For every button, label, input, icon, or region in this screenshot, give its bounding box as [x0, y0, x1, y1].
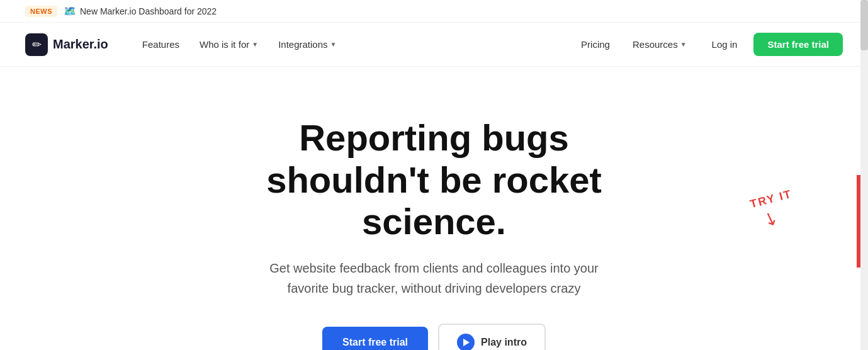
- nav-trial-button[interactable]: Start free trial: [753, 33, 843, 56]
- news-text: 🗺️ New Marker.io Dashboard for 2022: [64, 5, 217, 17]
- try-it-annotation: TRY IT ↘: [750, 193, 792, 229]
- play-triangle-icon: [463, 339, 470, 346]
- nav-integrations[interactable]: Integrations ▼: [269, 34, 345, 55]
- news-emoji: 🗺️: [64, 5, 76, 17]
- play-icon: [457, 334, 475, 350]
- nav-features[interactable]: Features: [133, 34, 188, 55]
- news-bar: NEWS 🗺️ New Marker.io Dashboard for 2022: [0, 0, 868, 23]
- nav-pricing[interactable]: Pricing: [572, 34, 619, 55]
- nav-integrations-dropdown-arrow: ▼: [330, 41, 337, 48]
- try-it-arrow-icon: ↘: [761, 206, 782, 231]
- nav-resources-dropdown-arrow: ▼: [680, 41, 687, 48]
- hero-section: Reporting bugs shouldn't be rocket scien…: [0, 67, 868, 350]
- logo-link[interactable]: ✏ Marker.io: [25, 33, 108, 56]
- hero-subtitle: Get website feedback from clients and co…: [258, 258, 611, 298]
- nav-who-is-it-for[interactable]: Who is it for ▼: [191, 34, 267, 55]
- hero-play-button[interactable]: Play intro: [438, 324, 546, 350]
- scrollbar[interactable]: [860, 0, 868, 350]
- nav-links: Features Who is it for ▼ Integrations ▼: [133, 34, 572, 55]
- nav-who-dropdown-arrow: ▼: [252, 41, 258, 48]
- hero-trial-button[interactable]: Start free trial: [322, 327, 428, 350]
- logo-text: Marker.io: [53, 37, 108, 52]
- logo-icon: ✏: [25, 33, 48, 56]
- news-badge: NEWS: [25, 6, 57, 17]
- scrollbar-thumb[interactable]: [860, 0, 868, 50]
- hero-title: Reporting bugs shouldn't be rocket scien…: [214, 117, 655, 243]
- hero-buttons: Start free trial Play intro: [322, 324, 546, 350]
- nav-resources[interactable]: Resources ▼: [624, 34, 696, 55]
- nav-right: Pricing Resources ▼ Log in Start free tr…: [572, 33, 843, 56]
- main-nav: ✏ Marker.io Features Who is it for ▼ Int…: [0, 23, 868, 67]
- login-button[interactable]: Log in: [701, 34, 749, 55]
- news-message: New Marker.io Dashboard for 2022: [80, 6, 217, 16]
